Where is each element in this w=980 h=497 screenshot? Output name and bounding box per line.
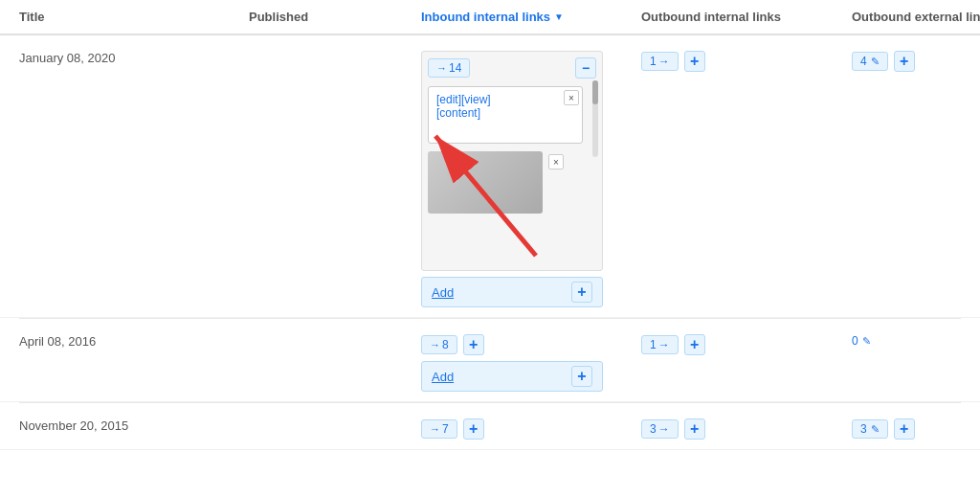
links-table: Title Published Inbound internal links ▼… (0, 0, 980, 450)
date-cell: November 20, 2015 (19, 413, 249, 433)
outbound-internal-badge[interactable]: 1→ (641, 52, 679, 71)
outbound-internal-plus[interactable]: + (684, 334, 705, 355)
inline-edit-area[interactable]: [edit][view] [content] × (428, 86, 583, 144)
add-plus-button[interactable]: + (571, 366, 592, 387)
inbound-cell: → 14 − [edit][view] [content] × (421, 45, 641, 307)
inbound-cell: → 7 + (421, 413, 641, 440)
outbound-internal-cell: 1→ + (641, 328, 852, 355)
image-close-button[interactable]: × (548, 154, 564, 169)
table-row: April 08, 2016 → 8 + Add + (0, 319, 980, 402)
col-header-outbound-external: Outbound external links (852, 10, 980, 24)
pencil-icon: ✎ (871, 56, 880, 68)
inbound-cell: → 8 + Add + (421, 328, 641, 392)
outbound-external-plus[interactable]: + (894, 418, 915, 440)
outbound-internal-cell: 1→ + (641, 45, 852, 72)
inbound-badge[interactable]: → 8 (421, 335, 457, 354)
sort-icon: ▼ (554, 11, 564, 22)
add-plus-button[interactable]: + (571, 282, 592, 303)
outbound-internal-cell: 3→ + (641, 413, 852, 440)
image-placeholder (428, 151, 543, 214)
add-link[interactable]: Add (432, 370, 454, 384)
outbound-external-badge[interactable]: 3 ✎ (852, 419, 888, 439)
scrollbar-thumb (592, 80, 598, 104)
add-link[interactable]: Add (432, 285, 454, 300)
outbound-external-value: 0 ✎ (852, 334, 871, 348)
outbound-internal-badge[interactable]: 3→ (641, 419, 679, 439)
col-header-outbound-internal: Outbound internal links (641, 10, 852, 24)
table-body: January 08, 2020 → 14 − (0, 35, 980, 450)
pencil-icon: ✎ (862, 335, 871, 348)
table-row: January 08, 2020 → 14 − (0, 35, 980, 318)
outbound-external-cell: 4 ✎ + (852, 45, 980, 72)
add-row: Add + (421, 277, 603, 307)
table-header: Title Published Inbound internal links ▼… (0, 0, 980, 35)
date-cell: April 08, 2016 (19, 328, 249, 349)
col-header-inbound[interactable]: Inbound internal links ▼ (421, 10, 641, 24)
outbound-internal-badge[interactable]: 1→ (641, 335, 679, 354)
pencil-icon: ✎ (871, 423, 880, 436)
col-header-published: Published (249, 10, 421, 24)
outbound-external-plus[interactable]: + (894, 51, 915, 72)
close-button[interactable]: × (564, 90, 579, 105)
date-cell: January 08, 2020 (19, 45, 249, 65)
outbound-external-badge[interactable]: 4 ✎ (852, 52, 888, 71)
collapse-button[interactable]: − (575, 57, 596, 79)
inbound-expanded-panel: → 14 − [edit][view] [content] × (421, 51, 603, 271)
outbound-external-cell: 3 ✎ + (852, 413, 980, 440)
scrollbar[interactable] (592, 80, 598, 157)
outbound-internal-plus[interactable]: + (684, 418, 705, 440)
outbound-external-cell: 0 ✎ (852, 328, 980, 348)
inbound-plus[interactable]: + (463, 334, 484, 355)
inbound-link-badge[interactable]: → 14 (428, 58, 470, 78)
add-row: Add + (421, 361, 603, 392)
table-row: November 20, 2015 → 7 + 3→ (0, 403, 980, 450)
outbound-internal-plus[interactable]: + (684, 51, 705, 72)
col-header-title: Title (19, 10, 249, 24)
inbound-plus[interactable]: + (463, 418, 484, 440)
inbound-badge[interactable]: → 7 (421, 419, 457, 439)
